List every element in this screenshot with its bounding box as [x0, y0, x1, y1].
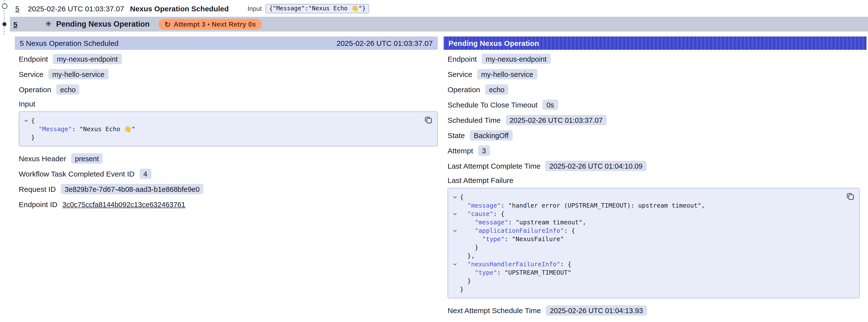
history-event-row[interactable]: 5 2025-02-26 UTC 01:03:37.07 Nexus Opera… — [10, 0, 868, 17]
field-row: Last Attempt Complete Time 2025-02-26 UT… — [447, 160, 867, 172]
code-gutter — [450, 252, 460, 260]
field-label: Attempt — [447, 147, 473, 155]
code-gutter — [21, 133, 31, 141]
event-fields-bottom: Nexus Header present Workflow Task Compl… — [19, 152, 438, 211]
collapse-chevron-icon[interactable] — [450, 260, 460, 268]
event-timestamp: 2025-02-26 UTC 01:03:37.07 — [28, 4, 124, 12]
field-value: 4 — [140, 169, 151, 179]
code-line: "nexusHandlerFailureInfo": { — [450, 260, 842, 268]
failure-section-label: Last Attempt Failure — [447, 176, 867, 185]
field-label: Last Attempt Complete Time — [447, 162, 540, 170]
field-label: Endpoint ID — [19, 200, 58, 208]
field-value: my-hello-service — [49, 69, 108, 79]
retry-badge-label: Attempt 3 • Next Retry 0s — [174, 20, 256, 28]
input-preview-chip: {"Message":"Nexus Echo 👋"} — [266, 4, 369, 13]
field-row: Workflow Task Completed Event ID 4 — [19, 168, 438, 180]
code-line: { — [21, 117, 421, 125]
event-panel-header: 5 Nexus Operation Scheduled 2025-02-26 U… — [15, 36, 438, 50]
field-label: State — [447, 131, 465, 139]
code-line: { — [450, 193, 842, 201]
pending-event-id-link[interactable]: 5 — [13, 20, 18, 28]
field-row: Service my-hello-service — [447, 68, 867, 80]
timeline-pending-dot-icon — [2, 22, 6, 26]
event-detail-panel: 5 Nexus Operation Scheduled 2025-02-26 U… — [15, 36, 438, 218]
input-label: Input — [247, 5, 262, 12]
workflow-history-view: 5 2025-02-26 UTC 01:03:37.07 Nexus Opera… — [0, 0, 868, 322]
field-label: Endpoint — [447, 55, 477, 63]
field-row: Attempt 3 — [447, 144, 867, 157]
pending-panel-header: Pending Nexus Operation — [444, 36, 867, 50]
field-value: 2025-02-26 UTC 01:04:10.09 — [546, 161, 646, 171]
field-row: Operation echo — [19, 83, 438, 96]
field-row: Endpoint my-nexus-endpoint — [447, 53, 867, 65]
event-fields-top: Endpoint my-nexus-endpoint Service my-he… — [19, 53, 438, 96]
field-label: Operation — [19, 85, 51, 94]
field-value: my-nexus-endpoint — [53, 54, 122, 64]
retry-status-badge: ↻ Attempt 3 • Next Retry 0s — [158, 19, 262, 30]
collapse-chevron-icon[interactable] — [450, 210, 460, 218]
code-gutter — [450, 201, 460, 210]
code-line: } — [21, 133, 421, 141]
field-label: Request ID — [19, 185, 56, 193]
field-row: Nexus Header present — [19, 152, 438, 165]
field-row: Scheduled Time 2025-02-26 UTC 01:03:37.0… — [447, 114, 867, 126]
field-row: Schedule To Close Timeout 0s — [447, 99, 867, 111]
field-value: present — [71, 153, 103, 164]
failure-json-viewer: { "message": "handler error (UPSTREAM_TI… — [447, 188, 860, 298]
input-json-viewer: { "Message": "Nexus Echo 👋"} — [19, 111, 438, 147]
field-value: BackingOff — [470, 130, 513, 140]
pending-operation-panel: Pending Nexus Operation Endpoint my-nexu… — [444, 36, 867, 322]
code-gutter — [450, 268, 460, 277]
field-label: Service — [19, 70, 43, 78]
field-value-link[interactable]: 3c0c75ccfa8144b092c13ce632463761 — [62, 200, 185, 208]
code-line: "Message": "Nexus Echo 👋" — [21, 125, 421, 133]
field-label: Service — [447, 70, 472, 78]
code-line: } — [450, 243, 842, 252]
field-value: 3 — [478, 146, 490, 156]
code-gutter — [450, 277, 460, 285]
code-gutter — [450, 285, 460, 293]
code-line: "message": "handler error (UPSTREAM_TIME… — [450, 201, 842, 210]
event-name: Nexus Operation Scheduled — [130, 4, 229, 12]
code-line: } — [450, 285, 842, 293]
code-line: }, — [450, 252, 842, 260]
code-line: "cause": { — [450, 210, 842, 218]
field-row: Endpoint my-nexus-endpoint — [19, 53, 438, 65]
pending-fields-bottom: Next Attempt Schedule Time 2025-02-26 UT… — [447, 304, 867, 317]
field-row: Endpoint ID 3c0c75ccfa8144b092c13ce63246… — [19, 198, 438, 211]
pending-asterisk-icon: ✳ — [45, 20, 52, 28]
detail-panels: 5 Nexus Operation Scheduled 2025-02-26 U… — [15, 36, 867, 322]
field-value: echo — [56, 84, 80, 95]
event-panel-title: 5 Nexus Operation Scheduled — [20, 39, 118, 47]
field-value: 0s — [542, 100, 558, 110]
collapse-chevron-icon[interactable] — [450, 226, 460, 235]
pending-panel-title: Pending Nexus Operation — [448, 39, 539, 47]
code-line: "type": "UPSTREAM_TIMEOUT" — [450, 268, 842, 277]
pending-operation-row[interactable]: 5 ✳ Pending Nexus Operation ↻ Attempt 3 … — [10, 17, 868, 32]
copy-icon[interactable] — [846, 192, 855, 201]
event-panel-time: 2025-02-26 UTC 01:03:37.07 — [337, 39, 433, 47]
code-line: "type": "NexusFailure" — [450, 235, 842, 243]
code-gutter — [450, 243, 460, 252]
code-gutter — [21, 125, 31, 133]
field-label: Next Attempt Schedule Time — [447, 306, 541, 315]
collapse-chevron-icon[interactable] — [450, 193, 460, 201]
retry-refresh-icon: ↻ — [164, 21, 170, 28]
code-line: "message": "upstream timeout", — [450, 218, 842, 226]
timeline-event-circle-icon — [2, 3, 7, 9]
field-row: Request ID 3e829b7e-7d67-4b08-aad3-b1e86… — [19, 183, 438, 195]
input-section-label: Input — [19, 100, 438, 108]
field-label: Endpoint — [19, 55, 48, 63]
field-label: Schedule To Close Timeout — [447, 101, 538, 109]
event-id-link[interactable]: 5 — [15, 4, 20, 12]
field-value: my-nexus-endpoint — [482, 54, 551, 64]
field-value: 2025-02-26 UTC 01:03:37.07 — [505, 115, 607, 125]
collapse-chevron-icon[interactable] — [21, 117, 31, 125]
event-timeline-gutter — [0, 0, 10, 35]
field-row: State BackingOff — [447, 129, 867, 141]
field-value: my-hello-service — [477, 69, 537, 79]
field-label: Workflow Task Completed Event ID — [19, 170, 134, 178]
field-label: Operation — [447, 85, 480, 94]
copy-icon[interactable] — [424, 116, 433, 124]
field-row: Operation echo — [447, 83, 867, 96]
